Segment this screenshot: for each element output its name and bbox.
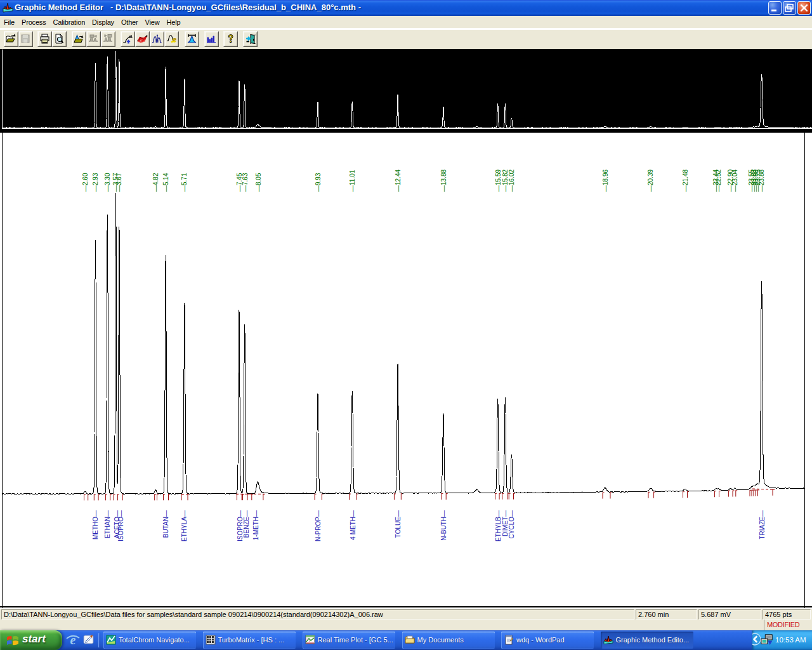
svg-text:—11.01: —11.01 [349,169,356,192]
svg-text:—13.88: —13.88 [440,169,447,192]
svg-text:—2.60: —2.60 [82,173,89,192]
svg-text:N-BUTH—: N-BUTH— [440,510,447,541]
svg-text:—5.71: —5.71 [181,173,188,192]
svg-text:—12.44: —12.44 [395,169,402,192]
svg-text:TOLUE—: TOLUE— [395,510,402,538]
svg-text:—7.63: —7.63 [242,173,249,192]
svg-text:ISOPRO—: ISOPRO— [117,510,124,541]
svg-text:BENZE—: BENZE— [243,510,250,538]
svg-text:CYCLO—: CYCLO— [508,510,515,538]
svg-text:—18.96: —18.96 [602,169,609,192]
svg-text:—3.67: —3.67 [115,173,122,192]
svg-text:—3.30: —3.30 [104,173,111,192]
svg-text:ETHYLB—: ETHYLB— [495,510,502,541]
svg-text:—2.93: —2.93 [92,173,99,192]
svg-text:METHO—: METHO— [92,510,99,540]
svg-text:ETHAN—: ETHAN— [104,510,111,538]
svg-text:—23.04: —23.04 [731,169,738,192]
svg-text:ETHYLA—: ETHYLA— [181,510,188,541]
svg-text:4 METH—: 4 METH— [350,510,357,540]
svg-text:N-PROP—: N-PROP— [315,510,322,541]
svg-text:—20.39: —20.39 [647,169,654,192]
svg-text:e: e [70,633,76,647]
svg-text:—16.02: —16.02 [508,169,515,192]
svg-text:—5.14: —5.14 [162,173,169,192]
svg-text:—8.05: —8.05 [255,173,262,192]
svg-text:1-METH—: 1-METH— [252,510,259,540]
svg-text:BUTAN—: BUTAN— [162,510,169,538]
svg-text:—9.93: —9.93 [315,173,322,192]
svg-text:TRIAZE—: TRIAZE— [759,510,766,540]
svg-text:—22.52: —22.52 [715,169,722,192]
svg-text:—21.48: —21.48 [682,169,689,192]
svg-text:—15.59: —15.59 [495,169,502,192]
svg-text:—23.88: —23.88 [758,169,765,192]
svg-text:—4.82: —4.82 [152,173,159,192]
